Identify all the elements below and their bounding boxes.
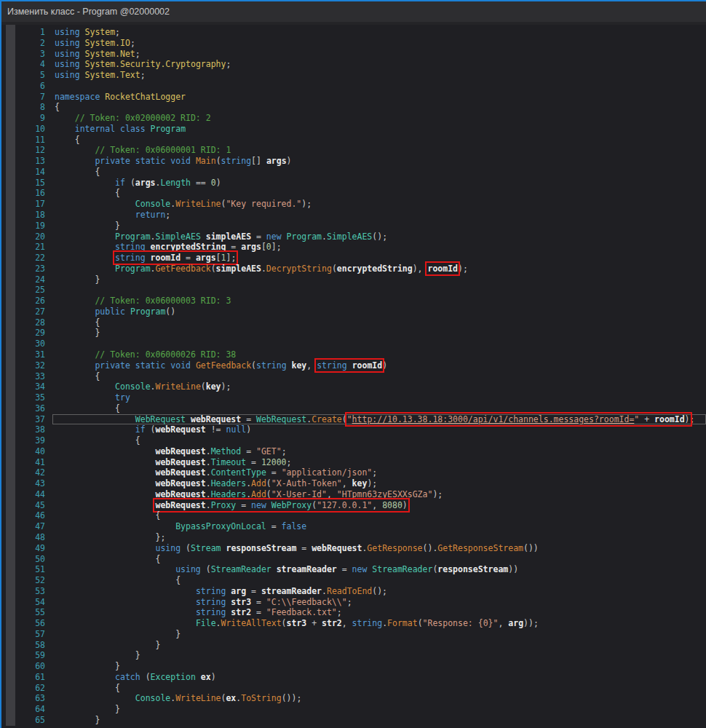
line-number: 12 (1, 145, 55, 156)
code-line[interactable]: 44 webRequest.Headers.Add("X-User-Id", "… (1, 489, 706, 500)
code-line[interactable]: 3using System.Net; (1, 49, 706, 60)
code-line[interactable]: 25 (1, 285, 706, 296)
highlight-box: roomId (427, 264, 458, 274)
highlight-box: string roomId = args[1]; (115, 253, 236, 263)
line-number: 4 (1, 59, 55, 70)
line-number: 53 (1, 586, 55, 597)
line-number: 49 (1, 543, 55, 554)
code-line[interactable]: 27 public Program() (1, 306, 706, 317)
code-line[interactable]: 59 } (1, 650, 706, 661)
line-number: 40 (1, 446, 55, 457)
code-line[interactable]: 40 webRequest.Method = "GET"; (1, 446, 706, 457)
line-number: 58 (1, 640, 55, 651)
code-line[interactable]: 37 WebRequest webRequest = WebRequest.Cr… (1, 414, 706, 425)
code-line[interactable]: 19 } (1, 221, 706, 232)
code-text: } (55, 328, 100, 339)
code-line[interactable]: 7namespace RocketChatLogger (1, 92, 706, 103)
code-line[interactable]: 39 { (1, 435, 706, 446)
code-text: // Token: 0x06000001 RID: 1 (55, 145, 231, 156)
code-line[interactable]: 51 using (StreamReader streamReader = ne… (1, 564, 706, 575)
line-number: 14 (1, 167, 55, 178)
code-text: { (55, 135, 80, 146)
code-line[interactable]: 52 { (1, 575, 706, 586)
code-line[interactable]: 30 (1, 339, 706, 349)
code-line[interactable]: 57 } (1, 629, 706, 640)
code-line[interactable]: 41 webRequest.Timeout = 12000; (1, 457, 706, 468)
code-line[interactable]: 8{ (1, 102, 706, 113)
code-text: namespace RocketChatLogger (55, 92, 186, 103)
code-line[interactable]: 46 { (1, 510, 706, 521)
code-text: } (55, 274, 100, 285)
code-line[interactable]: 23 Program.GetFeedback(simpleAES.Decrypt… (1, 264, 706, 274)
line-number: 1 (1, 27, 55, 38)
line-number: 2 (1, 38, 55, 49)
code-text: private static void GetFeedback(string k… (55, 360, 387, 371)
code-line[interactable]: 13 private static void Main(string[] arg… (1, 156, 706, 167)
code-line[interactable]: 6 (1, 81, 706, 92)
code-line[interactable]: 28 { (1, 317, 706, 328)
code-line[interactable]: 21 string encryptedString = args[0]; (1, 242, 706, 253)
code-line[interactable]: 47 BypassProxyOnLocal = false (1, 521, 706, 532)
code-line[interactable]: 49 using (Stream responseStream = webReq… (1, 543, 706, 554)
code-line[interactable]: 1using System; (1, 27, 706, 38)
code-line[interactable]: 60 } (1, 661, 706, 672)
code-text: catch (Exception ex) (55, 672, 216, 683)
code-text: { (55, 188, 120, 199)
code-editor[interactable]: 1using System;2using System.IO;3using Sy… (1, 25, 706, 726)
code-line[interactable]: 36 { (1, 403, 706, 414)
code-line[interactable]: 53 string arg = streamReader.ReadToEnd()… (1, 586, 706, 597)
code-line[interactable]: 64 } (1, 704, 706, 715)
code-line[interactable]: 14 { (1, 167, 706, 178)
code-line[interactable]: 54 string str3 = "C:\\Feedback\\"; (1, 597, 706, 608)
code-line[interactable]: 26 // Token: 0x06000003 RID: 3 (1, 296, 706, 306)
code-area[interactable]: 1using System;2using System.IO;3using Sy… (1, 27, 706, 726)
code-line[interactable]: 35 try (1, 392, 706, 403)
highlight-box: "http://10.13.38.18:3000/api/v1/channels… (347, 414, 690, 424)
code-line[interactable]: 18 return; (1, 210, 706, 221)
code-line[interactable]: 12 // Token: 0x06000001 RID: 1 (1, 145, 706, 156)
code-line[interactable]: 11 { (1, 135, 706, 146)
code-line[interactable]: 29 } (1, 328, 706, 339)
line-number: 47 (1, 521, 55, 532)
code-text: // Token: 0x06000003 RID: 3 (55, 296, 231, 306)
code-line[interactable]: 17 Console.WriteLine("Key required."); (1, 199, 706, 210)
code-line[interactable]: 48 }; (1, 532, 706, 543)
code-text: } (55, 629, 181, 640)
code-line[interactable]: 33 { (1, 371, 706, 382)
code-line[interactable]: 38 if (webRequest != null) (1, 424, 706, 435)
code-line[interactable]: 2using System.IO; (1, 38, 706, 49)
code-line[interactable]: 45 webRequest.Proxy = new WebProxy("127.… (1, 500, 706, 511)
code-text: using (StreamReader streamReader = new S… (55, 564, 518, 575)
code-text: { (55, 102, 60, 113)
line-number: 39 (1, 435, 55, 446)
code-line[interactable]: 63 Console.WriteLine(ex.ToString()); (1, 693, 706, 704)
code-line[interactable]: 5using System.Text; (1, 70, 706, 81)
window-title-bar[interactable]: Изменить класс - Program @02000002 (1, 1, 706, 22)
line-number: 44 (1, 489, 55, 500)
code-line[interactable]: 43 webRequest.Headers.Add("X-Auth-Token"… (1, 478, 706, 489)
line-number: 56 (1, 618, 55, 629)
code-line[interactable]: 34 Console.WriteLine(key); (1, 381, 706, 392)
code-line[interactable]: 58 } (1, 640, 706, 651)
code-line[interactable]: 50 { (1, 554, 706, 565)
line-number: 42 (1, 467, 55, 478)
code-line[interactable]: 15 if (args.Length == 0) (1, 178, 706, 189)
code-line[interactable]: 65 } (1, 715, 706, 726)
code-line[interactable]: 62 { (1, 683, 706, 694)
line-number: 27 (1, 306, 55, 317)
code-line[interactable]: 20 Program.SimpleAES simpleAES = new Pro… (1, 232, 706, 242)
code-line[interactable]: 22 string roomId = args[1]; (1, 253, 706, 264)
code-line[interactable]: 16 { (1, 188, 706, 199)
code-line[interactable]: 9 // Token: 0x02000002 RID: 2 (1, 113, 706, 124)
code-text: if (webRequest != null) (55, 424, 251, 435)
code-line[interactable]: 55 string str2 = "Feedback.txt"; (1, 607, 706, 618)
line-number: 7 (1, 92, 55, 103)
code-line[interactable]: 61 catch (Exception ex) (1, 672, 706, 683)
code-line[interactable]: 56 File.WriteAllText(str3 + str2, string… (1, 618, 706, 629)
code-line[interactable]: 42 webRequest.ContentType = "application… (1, 467, 706, 478)
code-line[interactable]: 31 // Token: 0x06000026 RID: 38 (1, 349, 706, 360)
code-line[interactable]: 10 internal class Program (1, 124, 706, 135)
code-line[interactable]: 24 } (1, 274, 706, 285)
code-line[interactable]: 4using System.Security.Cryptography; (1, 59, 706, 70)
code-line[interactable]: 32 private static void GetFeedback(strin… (1, 360, 706, 371)
